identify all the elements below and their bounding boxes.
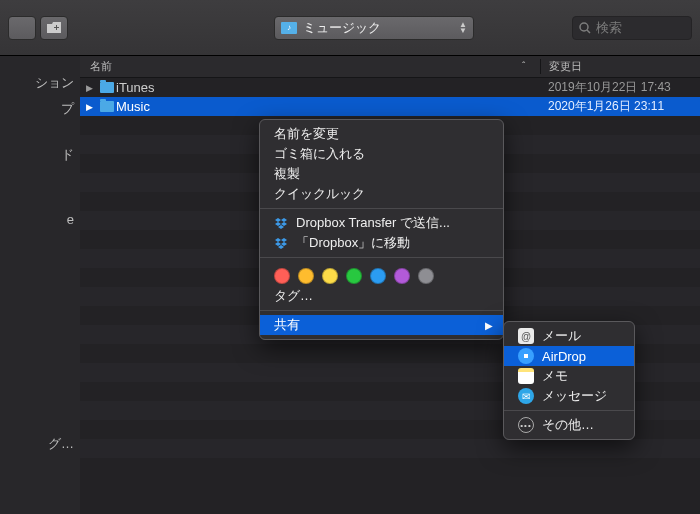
- sidebar-item[interactable]: グ…: [0, 431, 80, 457]
- mail-icon: @: [518, 328, 534, 344]
- list-header: 名前 ˆ 変更日: [80, 56, 700, 78]
- menu-item-tags[interactable]: タグ…: [260, 286, 503, 306]
- sort-indicator-icon[interactable]: ˆ: [522, 61, 540, 72]
- table-row[interactable]: ▶ iTunes 2019年10月22日 17:43: [80, 78, 700, 97]
- tag-yellow[interactable]: [322, 268, 338, 284]
- file-name: Music: [116, 99, 540, 114]
- nav-unknown-button[interactable]: [8, 16, 36, 40]
- sidebar-item[interactable]: e: [0, 208, 80, 231]
- sidebar: ション プ ド e グ…: [0, 56, 80, 514]
- dropbox-icon: [274, 236, 288, 250]
- svg-point-2: [580, 23, 588, 31]
- svg-rect-1: [54, 27, 59, 28]
- file-date: 2019年10月22日 17:43: [540, 79, 700, 96]
- tag-green[interactable]: [346, 268, 362, 284]
- sidebar-item[interactable]: プ: [0, 96, 80, 122]
- sidebar-item[interactable]: ド: [0, 142, 80, 168]
- menu-separator: [260, 257, 503, 258]
- messages-icon: ✉: [518, 388, 534, 404]
- disclosure-triangle-icon[interactable]: ▶: [80, 102, 98, 112]
- table-row[interactable]: ▶ Music 2020年1月26日 23:11: [80, 97, 700, 116]
- tag-red[interactable]: [274, 268, 290, 284]
- column-header-name[interactable]: 名前: [80, 59, 522, 74]
- share-item-messages[interactable]: ✉ メッセージ: [504, 386, 634, 406]
- more-icon: •••: [518, 417, 534, 433]
- menu-item-trash[interactable]: ゴミ箱に入れる: [260, 144, 503, 164]
- nav-buttons: [8, 16, 68, 40]
- airdrop-icon: [518, 348, 534, 364]
- menu-item-quicklook[interactable]: クイックルック: [260, 184, 503, 204]
- context-menu: 名前を変更 ゴミ箱に入れる 複製 クイックルック Dropbox Transfe…: [259, 119, 504, 340]
- sidebar-item[interactable]: ション: [0, 70, 80, 96]
- search-placeholder: 検索: [596, 19, 622, 37]
- tag-orange[interactable]: [298, 268, 314, 284]
- new-folder-button[interactable]: [40, 16, 68, 40]
- menu-separator: [504, 410, 634, 411]
- submenu-arrow-icon: ▶: [485, 320, 493, 331]
- file-date: 2020年1月26日 23:11: [540, 98, 700, 115]
- toolbar: ミュージック ▲▼ 検索: [0, 0, 700, 56]
- share-item-notes[interactable]: メモ: [504, 366, 634, 386]
- notes-icon: [518, 368, 534, 384]
- share-item-more[interactable]: ••• その他…: [504, 415, 634, 435]
- table-row: [80, 439, 700, 458]
- file-name: iTunes: [116, 80, 540, 95]
- menu-item-dropbox-move[interactable]: 「Dropbox」に移動: [260, 233, 503, 253]
- share-submenu: @ メール AirDrop メモ ✉ メッセージ ••• その他…: [503, 321, 635, 440]
- tag-color-row: [260, 262, 503, 286]
- menu-item-duplicate[interactable]: 複製: [260, 164, 503, 184]
- tag-purple[interactable]: [394, 268, 410, 284]
- menu-item-share[interactable]: 共有 ▶: [260, 315, 503, 335]
- path-label: ミュージック: [303, 19, 453, 37]
- column-header-modified[interactable]: 変更日: [540, 59, 700, 74]
- dropdown-arrows-icon: ▲▼: [459, 22, 467, 34]
- share-item-airdrop[interactable]: AirDrop: [504, 346, 634, 366]
- disclosure-triangle-icon[interactable]: ▶: [80, 83, 98, 93]
- tag-blue[interactable]: [370, 268, 386, 284]
- dropbox-icon: [274, 216, 288, 230]
- table-row: [80, 458, 700, 477]
- path-dropdown[interactable]: ミュージック ▲▼: [274, 16, 474, 40]
- folder-icon: [98, 82, 116, 93]
- search-icon: [579, 22, 591, 34]
- menu-separator: [260, 208, 503, 209]
- menu-item-dropbox-transfer[interactable]: Dropbox Transfer で送信...: [260, 213, 503, 233]
- menu-separator: [260, 310, 503, 311]
- svg-line-3: [587, 30, 590, 33]
- share-item-mail[interactable]: @ メール: [504, 326, 634, 346]
- folder-icon: [98, 101, 116, 112]
- search-input[interactable]: 検索: [572, 16, 692, 40]
- music-folder-icon: [281, 22, 297, 34]
- menu-item-rename[interactable]: 名前を変更: [260, 124, 503, 144]
- tag-gray[interactable]: [418, 268, 434, 284]
